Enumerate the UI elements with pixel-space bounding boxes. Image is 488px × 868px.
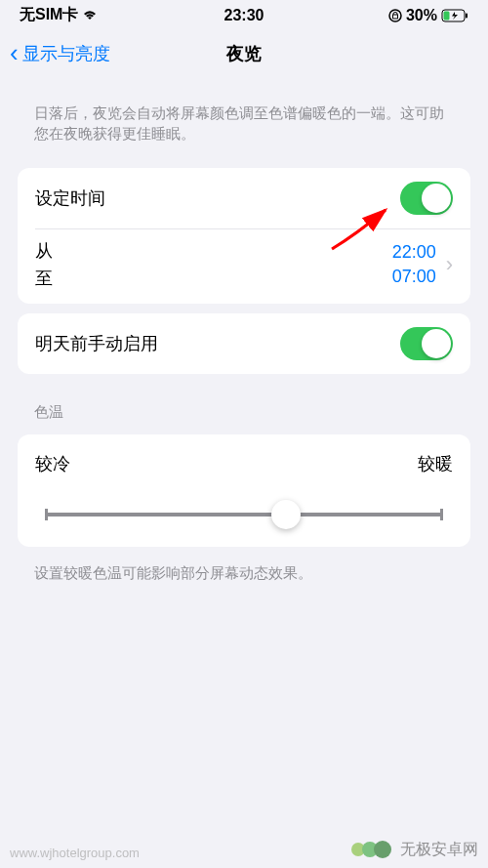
more-warm-label: 较暖 xyxy=(418,452,453,475)
toggle-knob xyxy=(422,184,451,213)
watermark-url: www.wjhotelgroup.com xyxy=(10,846,140,860)
chevron-right-icon: › xyxy=(446,252,453,277)
manual-row: 明天前手动启用 xyxy=(18,313,470,374)
scheduled-label: 设定时间 xyxy=(35,186,105,210)
wifi-icon xyxy=(82,10,98,21)
status-bar: 无SIM卡 23:30 30% xyxy=(0,0,488,28)
slider-tick-min xyxy=(45,509,48,520)
back-button[interactable]: ‹ 显示与亮度 xyxy=(10,38,110,68)
scheduled-toggle[interactable] xyxy=(400,182,453,215)
from-label: 从 xyxy=(35,239,53,263)
schedule-time-row[interactable]: 从 至 22:00 07:00 › xyxy=(18,229,470,304)
back-label: 显示与亮度 xyxy=(22,42,110,65)
manual-group: 明天前手动启用 xyxy=(18,313,470,374)
temperature-slider[interactable] xyxy=(35,500,453,529)
orientation-lock-icon xyxy=(388,9,402,22)
manual-toggle[interactable] xyxy=(400,327,453,360)
battery-icon xyxy=(441,9,468,22)
watermark-logo-icon xyxy=(350,839,394,860)
watermark-brand: 无极安卓网 xyxy=(400,840,478,860)
temperature-header: 色温 xyxy=(0,384,488,427)
scheduled-row: 设定时间 xyxy=(18,168,470,228)
manual-label: 明天前手动启用 xyxy=(35,332,158,355)
temperature-group: 较冷 较暖 xyxy=(18,434,470,547)
slider-track xyxy=(45,513,443,517)
svg-point-7 xyxy=(374,841,391,858)
description-text: 日落后，夜览会自动将屏幕颜色调至色谱偏暖色的一端。这可助您在夜晚获得更佳睡眠。 xyxy=(0,78,488,158)
svg-point-0 xyxy=(389,10,401,21)
toggle-knob xyxy=(422,329,451,358)
chevron-left-icon: ‹ xyxy=(10,38,19,68)
page-title: 夜览 xyxy=(226,42,262,65)
schedule-group: 设定时间 从 至 22:00 07:00 › xyxy=(18,168,470,304)
temperature-footer: 设置较暖色温可能影响部分屏幕动态效果。 xyxy=(0,555,488,593)
slider-tick-max xyxy=(440,509,443,520)
less-warm-label: 较冷 xyxy=(35,452,70,475)
svg-rect-2 xyxy=(444,11,450,20)
nav-bar: ‹ 显示与亮度 夜览 xyxy=(0,28,488,78)
watermark: www.wjhotelgroup.com 无极安卓网 xyxy=(0,839,488,860)
to-label: 至 xyxy=(35,267,53,290)
from-time: 22:00 xyxy=(392,242,436,263)
status-time: 23:30 xyxy=(224,7,264,24)
battery-percent: 30% xyxy=(406,7,437,24)
svg-rect-3 xyxy=(466,13,468,18)
slider-thumb[interactable] xyxy=(271,500,301,529)
carrier-text: 无SIM卡 xyxy=(20,5,78,25)
to-time: 07:00 xyxy=(392,267,436,287)
